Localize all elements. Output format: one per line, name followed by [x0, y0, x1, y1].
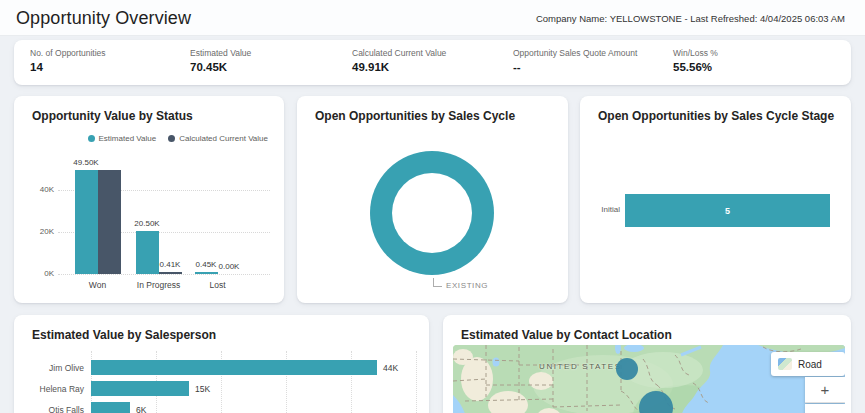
- x-category-label: Lost: [178, 280, 258, 290]
- bar-otis-falls[interactable]: [91, 402, 130, 413]
- zoom-in-button[interactable]: +: [805, 377, 845, 403]
- stage-bar-value: 5: [725, 206, 730, 216]
- kpi-no-of-opportunities: No. of Opportunities 14: [30, 48, 106, 73]
- stage-bar[interactable]: 5: [625, 194, 830, 227]
- kpi-strip: No. of Opportunities 14 Estimated Value …: [14, 40, 851, 85]
- kpi-value: --: [513, 61, 637, 73]
- dashboard: Opportunity Overview Company Name: YELLO…: [0, 0, 865, 413]
- card-estimated-value-by-salesperson: Estimated Value by Salesperson Jim Olive…: [14, 315, 429, 413]
- page-title: Opportunity Overview: [16, 8, 191, 29]
- y-tick-label: 40K: [18, 185, 54, 194]
- kpi-label: Estimated Value: [190, 48, 251, 58]
- callout-line: [433, 286, 442, 287]
- header-bar: Opportunity Overview Company Name: YELLO…: [0, 0, 865, 36]
- donut-hole: [392, 173, 472, 253]
- y-tick-label: 0K: [18, 269, 54, 278]
- chart-title: Open Opportunities by Sales Cycle: [315, 109, 515, 123]
- map-bubble[interactable]: [616, 358, 638, 380]
- kpi-value: 14: [30, 61, 106, 73]
- card-open-opportunities-by-sales-cycle: Open Opportunities by Sales Cycle EXISTI…: [297, 96, 568, 303]
- bar-helena-ray[interactable]: [91, 381, 189, 396]
- card-estimated-value-by-contact-location: Estimated Value by Contact Location: [443, 315, 851, 413]
- bar-in-progress-calculated[interactable]: [159, 272, 182, 274]
- chart-title: Open Opportunities by Sales Cycle Stage: [598, 109, 834, 123]
- card-opportunity-value-by-status: Opportunity Value by Status Estimated Va…: [14, 96, 284, 303]
- bar-value-label: 6K: [136, 405, 146, 413]
- road-button-label: Road: [798, 359, 822, 370]
- kpi-label: Opportunity Sales Quote Amount: [513, 48, 637, 58]
- map-region-label: UNITED STATES: [539, 362, 622, 371]
- bar-data-label: 0.00K: [219, 262, 240, 271]
- map-style-button[interactable]: Road: [771, 352, 845, 376]
- kpi-label: Win/Loss %: [673, 48, 718, 58]
- kpi-estimated-value: Estimated Value 70.45K: [190, 48, 251, 73]
- kpi-win-loss-pct: Win/Loss % 55.56%: [673, 48, 718, 73]
- zoom-out-button[interactable]: −: [805, 404, 845, 413]
- bar-data-label: 0.41K: [160, 260, 181, 269]
- status-chart-plot[interactable]: 0K20K40KWonIn ProgressLost49.50K20.50K0.…: [14, 96, 284, 303]
- salesperson-name: Otis Falls: [14, 405, 84, 413]
- callout-line: [433, 278, 434, 286]
- bar-won-calculated[interactable]: [98, 170, 121, 274]
- map-canvas[interactable]: UNITED STATES Road + −: [453, 345, 845, 413]
- company-refresh-info: Company Name: YELLOWSTONE - Last Refresh…: [536, 13, 845, 24]
- chart-title: Estimated Value by Contact Location: [461, 328, 672, 342]
- bar-in-progress-estimated[interactable]: [136, 231, 159, 274]
- bar-data-label: 0.45K: [196, 260, 217, 269]
- y-tick-label: 20K: [18, 227, 54, 236]
- bar-data-label: 49.50K: [73, 158, 98, 167]
- bar-jim-olive[interactable]: [91, 360, 377, 375]
- kpi-calculated-current-value: Calculated Current Value 49.91K: [352, 48, 446, 73]
- salesperson-name: Helena Ray: [14, 384, 84, 394]
- plus-icon: +: [821, 381, 830, 398]
- h-gridline: [58, 274, 270, 275]
- kpi-value: 49.91K: [352, 61, 446, 73]
- bar-won-estimated[interactable]: [75, 170, 98, 274]
- kpi-label: No. of Opportunities: [30, 48, 106, 58]
- donut-ring[interactable]: [370, 151, 494, 275]
- bar-data-label: 20.50K: [134, 219, 159, 228]
- bar-value-label: 15K: [195, 384, 210, 394]
- kpi-value: 55.56%: [673, 61, 718, 73]
- kpi-label: Calculated Current Value: [352, 48, 446, 58]
- kpi-value: 70.45K: [190, 61, 251, 73]
- v-gridline: [416, 351, 417, 413]
- road-style-icon: [778, 358, 792, 370]
- donut-slice-label: EXISTING: [446, 281, 488, 290]
- bar-lost-estimated[interactable]: [195, 272, 218, 274]
- card-open-opportunities-by-stage: Open Opportunities by Sales Cycle Stage …: [580, 96, 851, 303]
- salesperson-name: Jim Olive: [14, 363, 84, 373]
- kpi-sales-quote-amount: Opportunity Sales Quote Amount --: [513, 48, 637, 73]
- minus-icon: −: [821, 406, 830, 413]
- salesperson-chart-plot[interactable]: Jim Olive44KHelena Ray15KOtis Falls6K: [14, 315, 429, 413]
- stage-category-label: Initial: [580, 205, 620, 214]
- bar-value-label: 44K: [383, 363, 398, 373]
